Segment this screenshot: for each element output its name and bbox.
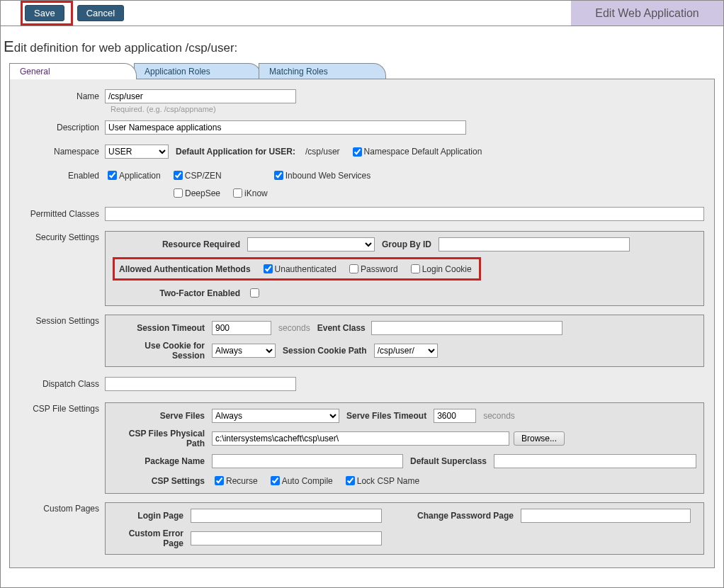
group-by-id-label: Group By ID <box>382 239 431 249</box>
auth-password-checkbox[interactable] <box>349 264 358 273</box>
custom-pages-box: Login Page Change Password Page Custom E… <box>105 502 704 555</box>
description-input[interactable] <box>105 120 466 135</box>
auth-methods-label: Allowed Authentication Methods <box>119 264 261 274</box>
enabled-application-checkbox[interactable] <box>108 171 117 180</box>
custom-error-input[interactable] <box>191 531 382 545</box>
resource-required-label: Resource Required <box>113 239 247 249</box>
cancel-button[interactable]: Cancel <box>77 5 124 21</box>
session-timeout-input[interactable] <box>212 321 271 335</box>
enabled-cspzen-checkbox[interactable] <box>174 171 183 180</box>
custom-pages-label: Custom Pages <box>20 499 105 514</box>
auth-methods-highlight: Allowed Authentication Methods Unauthent… <box>113 257 481 281</box>
window: Save Cancel Edit Web Application Edit de… <box>0 0 724 588</box>
seconds-label-2: seconds <box>483 411 515 421</box>
heading-text: dit definition for web application /csp/… <box>14 41 238 55</box>
auto-compile-checkbox[interactable] <box>271 476 280 485</box>
tab-application-roles[interactable]: Application Roles <box>134 63 261 79</box>
enabled-iknow-label: iKnow <box>244 188 268 198</box>
serve-files-select[interactable]: Always <box>212 409 339 423</box>
group-by-id-input[interactable] <box>439 237 630 251</box>
lock-csp-checkbox[interactable] <box>346 476 355 485</box>
heading-dropcap: E <box>4 38 14 55</box>
save-button[interactable]: Save <box>25 5 64 21</box>
serve-files-label: Serve Files <box>113 411 212 421</box>
recurse-label: Recurse <box>226 476 258 486</box>
use-cookie-select[interactable]: Always <box>212 344 276 358</box>
auth-login-cookie-checkbox[interactable] <box>411 264 420 273</box>
csp-box: Serve Files Always Serve Files Timeout s… <box>105 402 704 494</box>
description-label: Description <box>20 123 105 132</box>
dispatch-class-input[interactable] <box>105 377 296 391</box>
auth-login-cookie-label: Login Cookie <box>422 264 472 274</box>
serve-files-timeout-label: Serve Files Timeout <box>346 411 426 421</box>
auth-unauthenticated-checkbox[interactable] <box>264 264 273 273</box>
ns-default-app-label: Namespace Default Application <box>364 147 482 157</box>
recurse-checkbox[interactable] <box>215 476 224 485</box>
default-superclass-input[interactable] <box>494 454 696 468</box>
csp-phys-path-input[interactable] <box>212 431 509 446</box>
change-pw-input[interactable] <box>521 509 691 523</box>
name-input[interactable] <box>105 89 296 103</box>
tab-bar: General Application Roles Matching Roles <box>1 63 723 79</box>
csp-phys-path-label: CSP Files Physical Path <box>113 429 212 448</box>
namespace-label: Namespace <box>20 147 105 157</box>
session-settings-label: Session Settings <box>20 312 105 326</box>
tab-matching-roles[interactable]: Matching Roles <box>259 63 386 79</box>
default-app-label: Default Application for USER: <box>176 147 295 157</box>
session-cookie-path-label: Session Cookie Path <box>283 346 367 356</box>
page-heading: Edit definition for web application /csp… <box>1 26 723 63</box>
custom-error-label: Custom Error Page <box>113 528 191 548</box>
ns-default-app-checkbox[interactable] <box>353 147 362 157</box>
login-page-label: Login Page <box>113 511 191 521</box>
use-cookie-label: Use Cookie for Session <box>113 341 212 361</box>
security-box: Resource Required Group By ID Allowed Au… <box>105 231 704 306</box>
csp-settings-label: CSP Settings <box>113 476 212 486</box>
session-box: Session Timeout seconds Event Class Use … <box>105 315 704 367</box>
page-title: Edit Web Application <box>571 1 723 26</box>
resource-required-select[interactable] <box>247 237 375 251</box>
session-cookie-path-select[interactable]: /csp/user/ <box>374 344 438 358</box>
seconds-label: seconds <box>278 323 310 333</box>
permitted-classes-label: Permitted Classes <box>20 209 105 219</box>
session-timeout-label: Session Timeout <box>113 323 212 333</box>
enabled-inbound-label: Inbound Web Services <box>285 171 371 181</box>
enabled-iknow-checkbox[interactable] <box>233 188 242 198</box>
event-class-input[interactable] <box>371 321 562 335</box>
namespace-select[interactable]: USER <box>105 145 169 159</box>
security-settings-label: Security Settings <box>20 228 105 242</box>
serve-files-timeout-input[interactable] <box>434 409 476 423</box>
csp-file-settings-label: CSP File Settings <box>20 400 105 414</box>
enabled-inbound-checkbox[interactable] <box>274 171 283 180</box>
lock-csp-label: Lock CSP Name <box>357 476 419 486</box>
dispatch-class-label: Dispatch Class <box>20 379 105 389</box>
name-label: Name <box>20 91 105 101</box>
event-class-label: Event Class <box>317 323 366 333</box>
change-pw-label: Change Password Page <box>417 511 514 521</box>
enabled-cspzen-label: CSP/ZEN <box>185 171 222 181</box>
package-name-input[interactable] <box>212 454 403 468</box>
auth-password-label: Password <box>361 264 398 274</box>
default-superclass-label: Default Superclass <box>410 456 487 466</box>
default-app-value: /csp/user <box>305 147 340 157</box>
login-page-input[interactable] <box>191 509 382 523</box>
name-hint: Required. (e.g. /csp/appname) <box>111 105 704 113</box>
permitted-classes-input[interactable] <box>105 207 704 221</box>
auth-unauthenticated-label: Unauthenticated <box>275 264 336 274</box>
topbar: Save Cancel Edit Web Application <box>1 1 723 26</box>
tab-general[interactable]: General <box>9 63 137 79</box>
enabled-deepsee-label: DeepSee <box>185 188 220 198</box>
save-highlight: Save <box>21 1 73 26</box>
enabled-deepsee-checkbox[interactable] <box>174 188 183 198</box>
two-factor-label: Two-Factor Enabled <box>113 288 247 298</box>
two-factor-checkbox[interactable] <box>250 288 259 298</box>
enabled-application-label: Application <box>119 171 161 181</box>
package-name-label: Package Name <box>113 456 212 466</box>
enabled-label: Enabled <box>20 171 105 181</box>
general-panel: Name Required. (e.g. /csp/appname) Descr… <box>9 79 715 568</box>
auto-compile-label: Auto Compile <box>282 476 333 486</box>
browse-button[interactable]: Browse... <box>514 431 565 446</box>
